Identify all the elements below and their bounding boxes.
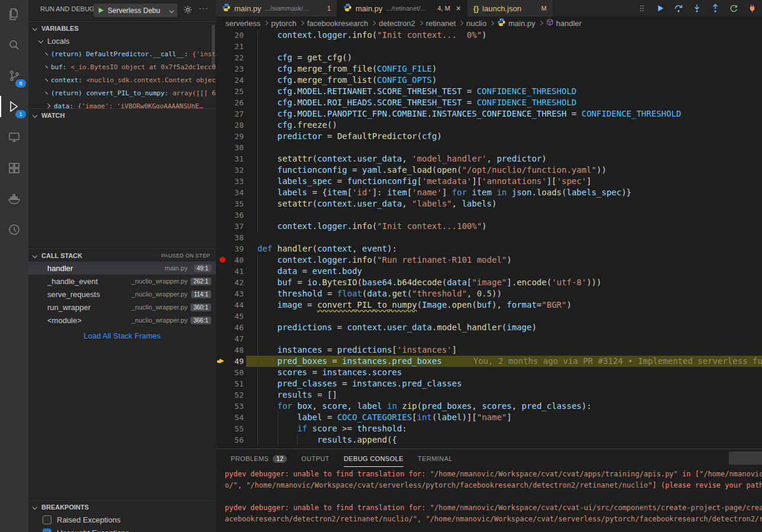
code-line[interactable]: 36 xyxy=(216,209,762,221)
variables-scrollbar[interactable] xyxy=(212,25,215,67)
disconnect-button[interactable] xyxy=(747,2,757,14)
code-line[interactable]: 54 label = COCO_CATEGORIES[int(label)]["… xyxy=(216,412,762,423)
line-number[interactable]: 31 xyxy=(216,153,244,165)
line-number[interactable]: 42 xyxy=(216,277,244,288)
step-out-button[interactable] xyxy=(710,2,721,14)
code-line[interactable]: 39def handler(context, event): xyxy=(216,243,762,254)
line-number[interactable]: 46 xyxy=(216,322,244,333)
breakpoints-header[interactable]: BREAKPOINTS xyxy=(28,500,216,513)
breadcrumb-item[interactable]: serverless xyxy=(225,19,260,28)
line-number[interactable]: 22 xyxy=(216,52,244,63)
scope-locals[interactable]: Locals xyxy=(28,34,216,47)
activity-extensions[interactable] xyxy=(0,154,28,182)
line-number[interactable]: 39 xyxy=(216,243,244,254)
line-number[interactable]: 34 xyxy=(216,187,244,198)
step-over-button[interactable] xyxy=(673,2,684,14)
breadcrumb-item[interactable]: detectron2 xyxy=(379,19,415,28)
step-into-button[interactable] xyxy=(692,2,702,14)
restart-button[interactable] xyxy=(728,2,739,14)
line-number[interactable]: 23 xyxy=(216,63,244,75)
line-number[interactable]: 55 xyxy=(216,423,244,434)
checkbox-unchecked[interactable] xyxy=(43,515,51,524)
code-line[interactable]: 34 labels = {item['id']: item['name'] fo… xyxy=(216,187,762,198)
line-number[interactable]: 36 xyxy=(216,209,244,221)
editor-tab[interactable]: main.py.../retinanet/...4, M× xyxy=(337,0,467,17)
activity-source-control[interactable]: 8 xyxy=(0,62,28,90)
panel-tab-debug-console[interactable]: DEBUG CONSOLE xyxy=(344,449,403,467)
breakpoint-item[interactable]: Raised Exceptions xyxy=(28,513,216,526)
line-number[interactable]: 53 xyxy=(216,401,244,412)
line-number[interactable]: 44 xyxy=(216,299,244,311)
breadcrumb-item[interactable]: main.py xyxy=(497,18,535,28)
line-number[interactable]: 29 xyxy=(216,131,244,142)
code-line[interactable]: 41 data = event.body xyxy=(216,266,762,277)
breadcrumb-item[interactable]: pytorch xyxy=(271,19,296,28)
code-line[interactable]: 29 predictor = DefaultPredictor(cfg) xyxy=(216,131,762,142)
console-filter-input[interactable] xyxy=(729,452,762,465)
debug-settings-gear-icon[interactable] xyxy=(183,5,192,16)
continue-button[interactable] xyxy=(655,2,666,14)
line-number[interactable]: 43 xyxy=(216,288,244,299)
line-number[interactable]: 54 xyxy=(216,412,244,423)
line-number[interactable]: 56 xyxy=(216,434,244,446)
line-number[interactable]: 21 xyxy=(216,41,244,52)
code-line[interactable]: 21 xyxy=(216,41,762,52)
line-number[interactable]: 24 xyxy=(216,75,244,86)
code-line[interactable]: 40 context.logger.info("Run retinanet-R1… xyxy=(216,254,762,266)
breadcrumb-item[interactable]: retinanet xyxy=(426,19,456,28)
code-line[interactable]: 47 xyxy=(216,333,762,344)
code-line[interactable]: 20 context.logger.info("Init context... … xyxy=(216,30,762,41)
line-number[interactable]: 47 xyxy=(216,333,244,344)
line-number[interactable]: 35 xyxy=(216,198,244,209)
line-number[interactable]: 48 xyxy=(216,344,244,356)
code-line[interactable]: 52 results = [] xyxy=(216,389,762,401)
activity-remote-explorer[interactable] xyxy=(0,123,28,151)
line-number[interactable]: 32 xyxy=(216,165,244,176)
code-line[interactable]: 48 instances = predictions['instances'] xyxy=(216,344,762,356)
stack-frame[interactable]: serve_requests_nuclio_wrapper.py114:1 xyxy=(28,288,216,301)
variable-row[interactable]: buf:<_io.BytesIO object at 0x7f5a2dc1ecc… xyxy=(28,60,216,73)
line-number[interactable]: 50 xyxy=(216,367,244,378)
code-line[interactable]: 49 pred_boxes = instances.pred_boxesYou,… xyxy=(216,356,762,367)
code-line[interactable]: 35 setattr(context.user_data, "labels", … xyxy=(216,198,762,209)
line-number[interactable]: 20 xyxy=(216,30,244,41)
line-number[interactable]: 26 xyxy=(216,97,244,108)
close-icon[interactable]: × xyxy=(456,4,461,12)
load-all-stack-frames-link[interactable]: Load All Stack Frames xyxy=(28,331,216,340)
activity-run-and-debug[interactable]: 1 xyxy=(0,92,28,121)
line-number[interactable]: 25 xyxy=(216,86,244,97)
panel-tab-terminal[interactable]: TERMINAL xyxy=(418,449,453,467)
line-number[interactable]: 45 xyxy=(216,311,244,322)
code-line[interactable]: 44 image = convert_PIL_to_numpy(Image.op… xyxy=(216,299,762,311)
code-line[interactable]: 27 cfg.MODEL.PANOPTIC_FPN.COMBINE.INSTAN… xyxy=(216,108,762,120)
code-line[interactable]: 24 cfg.merge_from_list(CONFIG_OPTS) xyxy=(216,75,762,86)
variable-row[interactable]: (return) DefaultPredictor.__call__:{'ins… xyxy=(28,47,216,60)
stack-frame[interactable]: _handle_event_nuclio_wrapper.py262:1 xyxy=(28,275,216,288)
code-line[interactable]: 23 cfg.merge_from_file(CONFIG_FILE) xyxy=(216,63,762,75)
code-line[interactable]: 45 xyxy=(216,311,762,322)
breadcrumb-item[interactable]: facebookresearch xyxy=(307,19,368,28)
line-number[interactable]: 52 xyxy=(216,389,244,401)
line-number[interactable]: 30 xyxy=(216,142,244,153)
variable-row[interactable]: data:{'image': 'iVBORw0KGgoAAAANSUhE… xyxy=(28,99,216,108)
code-line[interactable]: 32 functionconfig = yaml.safe_load(open(… xyxy=(216,165,762,176)
line-number[interactable]: 37 xyxy=(216,221,244,232)
breakpoint-item[interactable]: Uncaught Exceptions xyxy=(28,526,216,532)
call-stack-header[interactable]: CALL STACK PAUSED ON STEP xyxy=(28,249,216,262)
panel-tab-problems[interactable]: PROBLEMS12 xyxy=(231,449,287,467)
code-line[interactable]: 55 if score >= threshold: xyxy=(216,423,762,434)
line-number[interactable]: 40 xyxy=(216,254,244,266)
code-line[interactable]: 26 cfg.MODEL.ROI_HEADS.SCORE_THRESH_TEST… xyxy=(216,97,762,108)
line-number[interactable]: 49 xyxy=(216,356,244,367)
activity-search[interactable] xyxy=(0,31,28,59)
line-number[interactable]: 28 xyxy=(216,120,244,131)
panel-tab-output[interactable]: OUTPUT xyxy=(301,449,330,467)
code-line[interactable]: 46 predictions = context.user_data.model… xyxy=(216,322,762,333)
activity-extension-circle[interactable] xyxy=(0,215,28,244)
variables-header[interactable]: VARIABLES xyxy=(28,21,216,34)
line-number[interactable]: 51 xyxy=(216,378,244,389)
line-number[interactable]: 33 xyxy=(216,176,244,187)
code-line[interactable]: 30 xyxy=(216,142,762,153)
line-number[interactable]: 27 xyxy=(216,108,244,120)
code-editor[interactable]: 20 context.logger.info("Init context... … xyxy=(216,30,762,449)
